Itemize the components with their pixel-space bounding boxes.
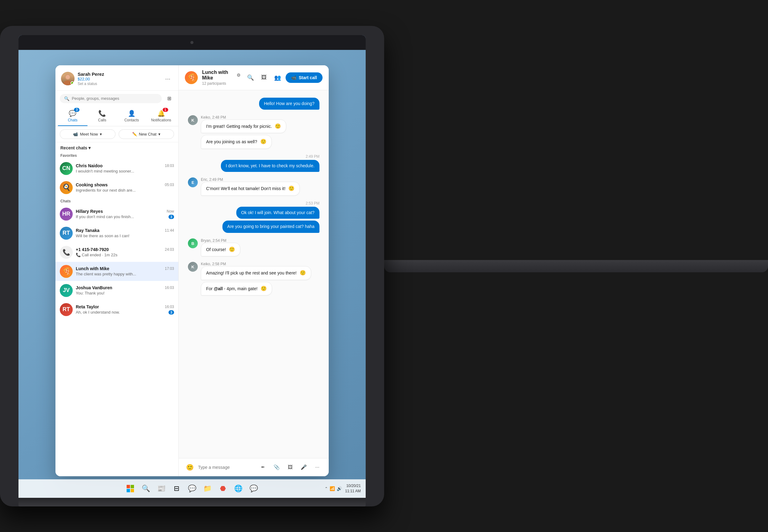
chat-header-name: Lunch with Mike ⚙ xyxy=(202,70,241,81)
mic-button[interactable]: 🎤 xyxy=(299,462,309,473)
bubble-out1: Hello! How are you doing? xyxy=(259,98,319,110)
chat-preview-hillary: If you don't mind can you finish... 3 xyxy=(76,214,174,219)
user-credits: $22,00 xyxy=(78,77,104,81)
screen-bezel xyxy=(18,35,366,50)
recent-chats-header[interactable]: Recent chats ▾ xyxy=(55,142,178,152)
tab-contacts[interactable]: 👤 Contacts xyxy=(117,108,147,126)
image-button[interactable]: 🖼 xyxy=(258,72,270,83)
chat-preview-joshua: You: Thank you! xyxy=(76,291,174,295)
taskbar-datetime[interactable]: 10/20/21 11:11 AM xyxy=(345,483,361,494)
taskbar-browser2[interactable]: 🌐 xyxy=(231,482,245,495)
meet-now-chevron: ▾ xyxy=(100,132,102,136)
bubble-keiko-1b: Are you joining us as well? 🙂 xyxy=(201,135,272,148)
svg-rect-4 xyxy=(131,485,134,488)
chat-avatar-cooking: 🍳 xyxy=(60,181,73,194)
chat-preview-phone: 📞 Call ended · 1m 22s xyxy=(76,253,174,257)
chat-item-ray[interactable]: RT Ray Tanaka 11:44 Will be there as soo… xyxy=(55,224,178,243)
chat-item-reta[interactable]: RT Reta Taylor 16:03 Ah, ok I understand… xyxy=(55,300,178,319)
chat-info-lunch: Lunch with Mike 17:03 The client was pre… xyxy=(76,266,174,276)
search-input-wrap: 🔍 xyxy=(60,94,162,103)
out-group-3: Ok ok! I will join. What about your cat?… xyxy=(222,207,319,233)
user-info: Sarah Perez $22,00 Set a status xyxy=(61,71,104,86)
meet-now-button[interactable]: 📹 Meet Now ▾ xyxy=(60,129,116,139)
taskbar-multitask[interactable]: ⊟ xyxy=(170,482,183,495)
bubble-out3b: Are you going to bring your painted cat?… xyxy=(222,221,319,233)
nav-tabs: 💬 3 Chats 📞 Calls 👤 Contacts xyxy=(55,107,178,126)
laptop-outer: Sarah Perez $22,00 Set a status ··· 🔍 xyxy=(0,26,384,506)
message-out2: 2:49 PM I don't know, yet. I have to che… xyxy=(188,154,319,172)
search-input[interactable] xyxy=(72,96,157,101)
bubble-out2: I don't know, yet. I have to check my sc… xyxy=(221,160,319,172)
chat-item-cooking[interactable]: 🍳 Cooking shows 05:03 Ingredients for ou… xyxy=(55,178,178,197)
taskbar-search[interactable]: 🔍 xyxy=(139,482,152,495)
contacts-label: Contacts xyxy=(124,118,139,122)
message-out1: Hello! How are you doing? xyxy=(188,98,319,110)
pen-icon: ✒ xyxy=(261,464,265,470)
taskbar-center: 🔍 📰 ⊟ 💬 📁 ⬣ 🌐 💬 xyxy=(124,482,260,495)
grid-icon-button[interactable]: ⊞ xyxy=(164,94,174,104)
chat-name-lunch: Lunch with Mike xyxy=(76,266,109,271)
chat-item-hillary[interactable]: HR Hillary Reyes Now If you don't mind c… xyxy=(55,205,178,224)
chat-item-lunch[interactable]: 🍕 Lunch with Mike 17:03 The client was p… xyxy=(55,262,178,281)
chevron-up-icon[interactable]: ⌃ xyxy=(325,486,328,491)
chat-item-chris[interactable]: CN Chris Naidoo 18:03 I wouldn't mind me… xyxy=(55,159,178,178)
volume-icon[interactable]: 🔊 xyxy=(337,486,342,491)
chat-time-reta: 16:03 xyxy=(165,305,174,309)
taskbar-files[interactable]: 📁 xyxy=(201,482,214,495)
taskbar-time: 11:11 AM xyxy=(345,489,361,494)
chats-label: Chats xyxy=(68,118,77,122)
chat-info-hillary: Hillary Reyes Now If you don't mind can … xyxy=(76,209,174,219)
more-input-button[interactable]: ··· xyxy=(312,462,323,473)
tab-calls[interactable]: 📞 Calls xyxy=(87,108,117,126)
new-chat-button[interactable]: ✏️ New Chat ▾ xyxy=(119,129,174,139)
taskbar-chat[interactable]: 💬 xyxy=(185,482,199,495)
chat-item-phone[interactable]: 📞 +1 415-748-7920 24:03 📞 Call ended · 1… xyxy=(55,243,178,262)
chat-avatar-reta: RT xyxy=(60,303,73,316)
participants-button[interactable]: 👥 xyxy=(272,72,283,83)
time-sep-2: 2:53 PM xyxy=(306,201,319,205)
chat-item-joshua[interactable]: JV Joshua VanBuren 16:03 You: Thank you! xyxy=(55,281,178,300)
wifi-icon: 📶 xyxy=(330,486,335,491)
message-input-area: 🙂 ✒ 📎 🖼 🎤 xyxy=(179,458,329,476)
chat-name-phone: +1 415-748-7920 xyxy=(76,247,109,252)
media-button[interactable]: 🖼 xyxy=(285,462,295,473)
chat-time-lunch: 17:03 xyxy=(165,266,174,271)
notifications-label: Notifications xyxy=(151,118,171,122)
chat-name-joshua: Joshua VanBuren xyxy=(76,285,112,290)
notifications-badge: 1 xyxy=(163,108,168,112)
chat-name-row-phone: +1 415-748-7920 24:03 xyxy=(76,247,174,252)
media-icon: 🖼 xyxy=(288,465,293,470)
chat-time-chris: 18:03 xyxy=(165,164,174,168)
gear-icon[interactable]: ⚙ xyxy=(237,73,241,78)
bubble-eric-1: C'mon! We'll eat hot tamale! Don't miss … xyxy=(201,182,300,195)
chat-info-joshua: Joshua VanBuren 16:03 You: Thank you! xyxy=(76,285,174,295)
tab-notifications[interactable]: 🔔 1 Notifications xyxy=(146,108,176,126)
chat-name-row-hillary: Hillary Reyes Now xyxy=(76,209,174,214)
mention-all: @all xyxy=(214,286,223,291)
bryan-messages: Bryan, 2:54 PM Of course! 🙂 xyxy=(201,238,240,256)
taskbar-browser1[interactable]: ⬣ xyxy=(216,482,230,495)
calls-label: Calls xyxy=(98,118,106,122)
taskbar-widgets[interactable]: 📰 xyxy=(154,482,168,495)
message-input[interactable] xyxy=(198,465,255,470)
tab-chats[interactable]: 💬 3 Chats xyxy=(58,108,87,126)
chat-time-joshua: 16:03 xyxy=(165,286,174,290)
pen-icon-button[interactable]: ✒ xyxy=(258,462,268,473)
user-avatar[interactable] xyxy=(61,72,75,85)
search-chat-button[interactable]: 🔍 xyxy=(245,72,256,83)
start-call-button[interactable]: 📹 Start call xyxy=(286,72,323,83)
chat-header-info: Lunch with Mike ⚙ 12 participants xyxy=(202,70,241,86)
attachment-button[interactable]: 📎 xyxy=(271,462,282,473)
more-options-button[interactable]: ··· xyxy=(163,74,173,83)
notifications-icon: 🔔 1 xyxy=(157,110,165,117)
user-status[interactable]: Set a status xyxy=(78,82,104,86)
chat-preview-chris: I wouldn't mind meeting sooner... xyxy=(76,169,174,173)
chats-icon: 💬 3 xyxy=(69,110,76,117)
taskbar-start[interactable] xyxy=(124,482,137,495)
reaction-6: 🙂 xyxy=(261,286,267,291)
taskbar-skype[interactable]: 💬 xyxy=(247,482,260,495)
svg-rect-6 xyxy=(131,489,134,492)
bubble-keiko-1a: I'm great!! Getting ready for picnic. 🙂 xyxy=(201,120,286,133)
emoji-button[interactable]: 🙂 xyxy=(185,462,195,472)
chat-preview-cooking: Ingredients for our next dish are... xyxy=(76,188,174,193)
